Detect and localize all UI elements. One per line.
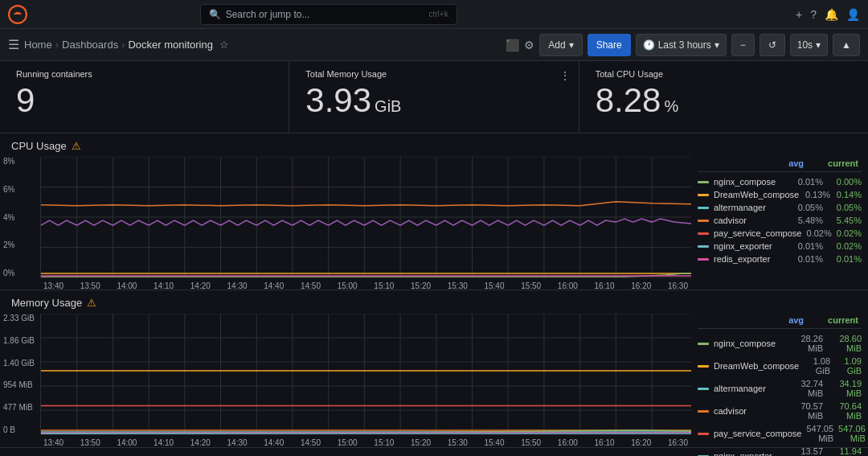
mem-legend-avg-cadvisor: 70.57 MiB [789, 401, 823, 421]
legend-color-nginx [698, 181, 709, 183]
stat-title-0: Running containers [16, 69, 272, 79]
legend-item-redis: redis_exporter 0.01% 0.01% [698, 253, 862, 265]
legend-color-nginx-exp [698, 245, 709, 248]
stat-cpu: Total CPU Usage 8.28 % [579, 61, 868, 133]
mem-legend-color-pay [698, 433, 709, 435]
mem-legend-color-dreamweb [698, 365, 709, 368]
search-shortcut: ctrl+k [429, 10, 448, 18]
time-chevron-icon: ▾ [714, 39, 719, 51]
collapse-button[interactable]: ▲ [833, 34, 860, 56]
mem-legend-name-dreamweb: DreamWeb_compose [714, 361, 799, 371]
legend-item-dreamweb: DreamWeb_compose 0.13% 0.14% [698, 188, 862, 201]
legend-color-pay [698, 232, 709, 235]
legend-item-cadvisor: cadvisor 5.48% 5.45% [698, 214, 862, 227]
legend-name-pay: pay_service_compose [714, 228, 801, 238]
mem-legend-avg-pay: 547.05 MiB [806, 424, 833, 443]
legend-cur-nginx: 0.00% [828, 177, 862, 187]
cpu-legend-current: current [828, 158, 858, 168]
breadcrumb-sep2: › [121, 39, 125, 51]
legend-item-nginx-exp: nginx_exporter 0.01% 0.02% [698, 240, 862, 253]
add-button[interactable]: Add ▾ [539, 34, 582, 56]
legend-color-altermanager [698, 207, 709, 209]
stat-value-2: 8.28 % [596, 84, 852, 117]
cpu-legend-avg: avg [788, 158, 804, 168]
cpu-chart-container: 0% 2% 4% 6% 8% [0, 157, 868, 294]
user-icon[interactable]: 👤 [846, 8, 860, 21]
legend-avg-nginx: 0.01% [789, 177, 823, 187]
legend-name-altermanager: altermanager [714, 203, 784, 212]
mem-legend-name-cadvisor: cadvisor [714, 406, 784, 416]
mem-legend-cur-dreamweb: 1.09 GiB [835, 356, 862, 376]
breadcrumb-sep1: › [55, 39, 59, 51]
cpu-y-axis: 0% 2% 4% 6% 8% [0, 157, 40, 277]
mem-legend-cur-pay: 547.06 MiB [838, 424, 866, 443]
favorite-icon[interactable]: ☆ [219, 39, 229, 51]
mem-legend-item-pay: pay_service_compose 547.05 MiB 547.06 Mi… [698, 422, 862, 445]
share-button[interactable]: Share [588, 34, 631, 56]
legend-item-altermanager: altermanager 0.05% 0.05% [698, 201, 862, 214]
refresh-button[interactable]: ↺ [760, 34, 785, 56]
memory-chart-section: Memory Usage ⚠ 0 B 477 MiB 954 MiB 1.40 … [0, 290, 868, 448]
logo [8, 5, 27, 24]
help-icon[interactable]: ? [810, 8, 817, 21]
mem-legend-cur-altermanager: 34.19 MiB [828, 379, 862, 398]
refresh-interval-picker[interactable]: 10s ▾ [790, 34, 828, 56]
breadcrumb-dashboards[interactable]: Dashboards [62, 39, 118, 51]
stat-running-containers: Running containers 9 [0, 61, 289, 133]
search-box[interactable]: 🔍 Search or jump to... ctrl+k [200, 4, 457, 25]
legend-name-nginx-exp: nginx_exporter [714, 241, 784, 251]
mem-legend-item-altermanager: altermanager 32.74 MiB 34.19 MiB [698, 377, 862, 400]
zoom-out-button[interactable]: − [731, 34, 755, 56]
search-icon: 🔍 [209, 9, 221, 20]
topbar-right: + ? 🔔 👤 [796, 8, 860, 21]
bell-icon[interactable]: 🔔 [825, 8, 838, 21]
legend-name-dreamweb: DreamWeb_compose [714, 190, 799, 199]
mem-legend-color-nginx [698, 343, 709, 345]
menu-icon[interactable]: ☰ [8, 37, 19, 52]
mem-legend-name-nginx: nginx_compose [714, 339, 784, 348]
cpu-chart-section: CPU Usage ⚠ 0% 2% 4% 6% 8% [0, 134, 868, 290]
legend-cur-cadvisor: 5.45% [828, 216, 862, 225]
mem-legend-name-altermanager: altermanager [714, 384, 784, 393]
legend-avg-dreamweb: 0.13% [804, 190, 830, 199]
mem-legend-item-nginx: nginx_compose 28.26 MiB 28.60 MiB [698, 332, 862, 355]
add-button-label: Add [548, 39, 565, 51]
interval-label: 10s [797, 39, 813, 51]
memory-chart-header: Memory Usage ⚠ [0, 297, 868, 314]
nav-actions: ⬛ ⚙ Add ▾ Share 🕐 Last 3 hours ▾ − ↺ 10s… [506, 34, 860, 56]
time-range-label: Last 3 hours [658, 39, 711, 51]
add-icon[interactable]: + [796, 8, 802, 21]
settings-icon[interactable]: ⚙ [524, 39, 534, 51]
memory-legend-header: avg current [698, 314, 862, 329]
mem-legend-avg-nginx-exp: 13.57 MiB [789, 446, 823, 456]
legend-cur-dreamweb: 0.14% [835, 190, 862, 199]
clock-icon: 🕐 [643, 39, 655, 51]
legend-cur-redis: 0.01% [828, 254, 862, 264]
memory-chart-container: 0 B 477 MiB 954 MiB 1.40 GiB 1.86 GiB 2.… [0, 314, 868, 450]
mem-legend-avg-nginx: 28.26 MiB [789, 334, 823, 353]
stat-title-1: Total Memory Usage [305, 69, 562, 79]
legend-name-redis: redis_exporter [714, 254, 784, 264]
memory-y-axis: 0 B 477 MiB 954 MiB 1.40 GiB 1.86 GiB 2.… [0, 314, 40, 434]
cpu-warning-icon: ⚠ [72, 140, 81, 152]
memory-legend-avg: avg [788, 315, 804, 325]
navbar: ☰ Home › Dashboards › Docker monitoring … [0, 29, 868, 61]
share-button-label: Share [596, 39, 622, 51]
mem-legend-item-cadvisor: cadvisor 70.57 MiB 70.64 MiB [698, 400, 862, 422]
stat-value-0: 9 [16, 84, 272, 117]
memory-panel-menu[interactable]: ⋮ [559, 69, 571, 82]
external-link-icon[interactable]: ⬛ [506, 39, 519, 51]
add-chevron-icon: ▾ [569, 39, 574, 51]
memory-chart-area: 0 B 477 MiB 954 MiB 1.40 GiB 1.86 GiB 2.… [0, 314, 691, 450]
interval-chevron-icon: ▾ [816, 39, 821, 51]
memory-warning-icon: ⚠ [87, 297, 96, 309]
mem-legend-avg-altermanager: 32.74 MiB [789, 379, 823, 398]
legend-avg-cadvisor: 5.48% [789, 216, 823, 225]
cpu-legend: avg current nginx_compose 0.01% 0.00% Dr… [691, 157, 868, 294]
mem-legend-item-dreamweb: DreamWeb_compose 1.08 GiB 1.09 GiB [698, 355, 862, 377]
breadcrumb-home[interactable]: Home [24, 39, 52, 51]
cpu-chart-header: CPU Usage ⚠ [0, 140, 868, 157]
cpu-chart-title: CPU Usage [11, 140, 67, 152]
legend-cur-nginx-exp: 0.02% [828, 241, 862, 251]
time-range-picker[interactable]: 🕐 Last 3 hours ▾ [636, 34, 727, 56]
